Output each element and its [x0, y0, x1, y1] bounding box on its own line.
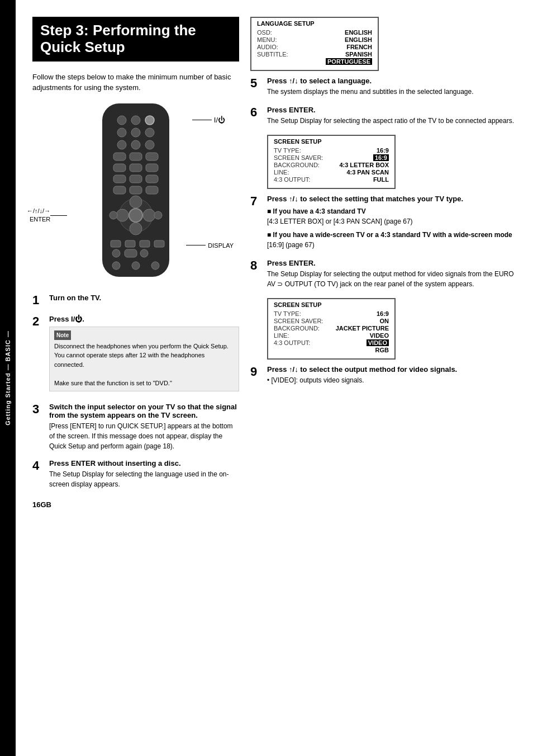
intro-text: Follow the steps below to make the minim…: [32, 72, 239, 93]
svg-rect-31: [125, 240, 135, 247]
step-9: 9 Press ↑/↓ to select the output method …: [250, 365, 522, 385]
step-5-num: 5: [250, 77, 263, 97]
lang-row-4-value: PORTUGUESE: [326, 58, 372, 65]
svg-rect-15: [146, 164, 158, 172]
svg-rect-13: [113, 164, 126, 172]
svg-rect-18: [146, 175, 158, 183]
svg-rect-19: [113, 186, 126, 194]
note-item-1: Disconnect the headphones when you perfo…: [54, 343, 229, 368]
step-8-num: 8: [250, 259, 263, 289]
step-1-title: Turn on the TV.: [49, 294, 239, 302]
step-9-num: 9: [250, 365, 263, 385]
sidebar-label: Getting Started — BASIC —: [4, 330, 11, 426]
note-box: Note Disconnect the headphones when you …: [49, 327, 239, 392]
step-3-num: 3: [32, 403, 45, 451]
sidebar: Getting Started — BASIC —: [0, 0, 16, 756]
lang-row-1-value: ENGLISH: [345, 36, 372, 43]
svg-point-2: [131, 116, 140, 125]
screen-setup-box-2: SCREEN SETUP TV TYPE: 16:9 SCREEN SAVER:…: [267, 298, 396, 360]
left-column: Step 3: Performing the Quick Setup Follo…: [32, 17, 239, 745]
svg-point-4: [117, 128, 126, 137]
lang-row-3: SUBTITLE: SPANISH: [256, 51, 373, 58]
step-5-title: Press ↑/↓ to select a language.: [267, 77, 522, 85]
step-3-content: Switch the input selector on your TV so …: [49, 403, 239, 451]
svg-rect-14: [130, 164, 142, 172]
page-title: Step 3: Performing the Quick Setup: [32, 17, 239, 62]
svg-point-26: [143, 209, 155, 221]
ss2-row-0: TV TYPE: 16:9: [273, 310, 390, 317]
svg-point-8: [131, 140, 140, 149]
step-2: 2 Press I/⏻. Note Disconnect the headpho…: [32, 315, 239, 395]
step-4-content: Press ENTER without inserting a disc. Th…: [49, 459, 239, 489]
svg-rect-32: [140, 240, 150, 247]
lang-row-1-label: MENU:: [257, 36, 277, 43]
note-item-2: Make sure that the function is set to "D…: [54, 380, 172, 386]
step-6-body: The Setup Display for selecting the aspe…: [267, 116, 522, 126]
language-setup-inner: LANGUAGE SETUP OSD: ENGLISH MENU: ENGLIS…: [251, 18, 378, 70]
step-8-title: Press ENTER.: [267, 259, 522, 267]
step-7: 7 Press ↑/↓ to select the setting that m…: [250, 195, 522, 250]
svg-point-7: [117, 140, 126, 149]
step-8-body: The Setup Display for selecting the outp…: [267, 269, 522, 289]
step-6-title: Press ENTER.: [267, 106, 522, 114]
remote-svg: [91, 103, 180, 282]
svg-rect-21: [146, 186, 158, 194]
right-column: LANGUAGE SETUP OSD: ENGLISH MENU: ENGLIS…: [250, 17, 522, 745]
step-6-content: Press ENTER. The Setup Display for selec…: [267, 106, 522, 126]
svg-point-3: [145, 116, 154, 125]
svg-point-27: [129, 209, 142, 222]
svg-rect-12: [146, 153, 158, 160]
ss1-row-4: 4:3 OUTPUT: FULL: [273, 176, 390, 183]
svg-rect-33: [154, 240, 164, 247]
lang-row-0-label: OSD:: [257, 29, 272, 36]
step-5-body: The system displays the menu and subtitl…: [267, 87, 522, 97]
lang-row-1: MENU: ENGLISH: [256, 36, 373, 43]
svg-point-37: [112, 262, 120, 270]
screen-setup-2-title: SCREEN SETUP: [273, 301, 390, 308]
step-4-num: 4: [32, 459, 45, 489]
lang-row-0-value: ENGLISH: [345, 29, 372, 36]
step-7-num: 7: [250, 195, 263, 250]
step-8-content: Press ENTER. The Setup Display for selec…: [267, 259, 522, 289]
step-4: 4 Press ENTER without inserting a disc. …: [32, 459, 239, 489]
ss2-row-5: RGB: [273, 347, 390, 353]
ss1-row-1: SCREEN SAVER: 16:9: [273, 154, 390, 161]
svg-point-29: [154, 211, 162, 219]
svg-point-28: [110, 211, 117, 219]
screen-setup-1-title: SCREEN SETUP: [273, 138, 390, 145]
lang-row-0: OSD: ENGLISH: [256, 29, 373, 36]
step-3-title: Switch the input selector on your TV so …: [49, 403, 239, 419]
ss1-row-2: BACKGROUND: 4:3 LETTER BOX: [273, 162, 390, 168]
note-label: Note: [54, 330, 71, 340]
lang-row-2-label: AUDIO:: [257, 44, 278, 50]
ss1-row-0: TV TYPE: 16:9: [273, 147, 390, 154]
svg-rect-35: [125, 249, 137, 257]
svg-point-36: [140, 249, 148, 257]
ss2-row-4: 4:3 OUTPUT: VIDEO: [273, 339, 390, 346]
svg-rect-20: [130, 186, 142, 194]
step-8: 8 Press ENTER. The Setup Display for sel…: [250, 259, 522, 289]
remote-diagram: I/⏻ ←/↑/↓/→ ENTER DISPLAY: [52, 103, 220, 282]
svg-point-9: [145, 140, 154, 149]
step-6-num: 6: [250, 106, 263, 126]
svg-rect-11: [130, 153, 142, 160]
screen-setup-1-inner: SCREEN SETUP TV TYPE: 16:9 SCREEN SAVER:…: [268, 136, 394, 188]
svg-point-34: [112, 249, 120, 257]
display-label: DISPLAY: [186, 242, 234, 249]
step-2-content: Press I/⏻. Note Disconnect the headphone…: [49, 315, 239, 395]
main-content: Step 3: Performing the Quick Setup Follo…: [16, 0, 533, 756]
step-7-content: Press ↑/↓ to select the setting that mat…: [267, 195, 522, 250]
step-7-title: Press ↑/↓ to select the setting that mat…: [267, 195, 522, 203]
step-6: 6 Press ENTER. The Setup Display for sel…: [250, 106, 522, 126]
screen-setup-box-1: SCREEN SETUP TV TYPE: 16:9 SCREEN SAVER:…: [267, 135, 396, 189]
ss2-row-3: LINE: VIDEO: [273, 332, 390, 339]
step-7-subsec-1-heading: ■ If you have a 4:3 standard TV: [267, 206, 522, 216]
step-5-content: Press ↑/↓ to select a language. The syst…: [267, 77, 522, 97]
ss1-row-3: LINE: 4:3 PAN SCAN: [273, 169, 390, 176]
svg-point-39: [151, 262, 159, 270]
step-1-num: 1: [32, 294, 45, 307]
language-setup-box: LANGUAGE SETUP OSD: ENGLISH MENU: ENGLIS…: [250, 17, 379, 71]
svg-point-24: [130, 223, 142, 235]
lang-row-2: AUDIO: FRENCH: [256, 44, 373, 50]
svg-point-25: [116, 209, 129, 221]
